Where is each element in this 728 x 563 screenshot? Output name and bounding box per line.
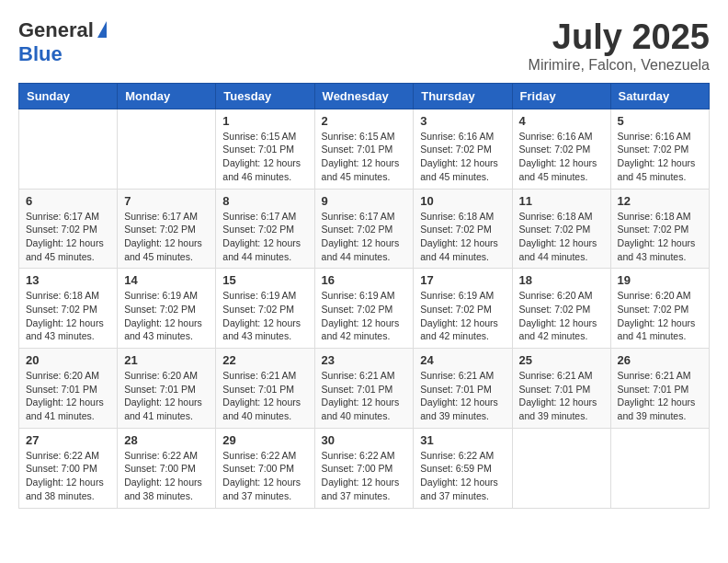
day-number: 24 bbox=[420, 353, 505, 367]
calendar-cell: 29 Sunrise: 6:22 AMSunset: 7:00 PMDaylig… bbox=[216, 428, 314, 508]
calendar-cell: 8 Sunrise: 6:17 AMSunset: 7:02 PMDayligh… bbox=[216, 189, 314, 269]
day-info: Sunrise: 6:21 AMSunset: 7:01 PMDaylight:… bbox=[420, 370, 498, 421]
day-number: 15 bbox=[222, 273, 307, 287]
logo-general-text: General bbox=[18, 18, 94, 42]
calendar-cell: 20 Sunrise: 6:20 AMSunset: 7:01 PMDaylig… bbox=[19, 349, 118, 429]
day-number: 14 bbox=[124, 273, 209, 287]
calendar-header-row: SundayMondayTuesdayWednesdayThursdayFrid… bbox=[19, 83, 710, 109]
day-number: 20 bbox=[26, 353, 110, 367]
day-info: Sunrise: 6:19 AMSunset: 7:02 PMDaylight:… bbox=[222, 290, 301, 341]
calendar-cell: 27 Sunrise: 6:22 AMSunset: 7:00 PMDaylig… bbox=[19, 428, 118, 508]
day-info: Sunrise: 6:16 AMSunset: 7:02 PMDaylight:… bbox=[618, 131, 696, 182]
calendar-cell: 6 Sunrise: 6:17 AMSunset: 7:02 PMDayligh… bbox=[19, 189, 118, 269]
day-number: 21 bbox=[124, 353, 209, 367]
day-number: 11 bbox=[519, 194, 604, 208]
calendar-cell bbox=[610, 428, 709, 508]
day-number: 26 bbox=[618, 353, 702, 367]
day-info: Sunrise: 6:19 AMSunset: 7:02 PMDaylight:… bbox=[322, 290, 400, 341]
day-info: Sunrise: 6:15 AMSunset: 7:01 PMDaylight:… bbox=[222, 131, 301, 182]
day-info: Sunrise: 6:17 AMSunset: 7:02 PMDaylight:… bbox=[222, 211, 301, 262]
day-of-week-header: Thursday bbox=[414, 83, 512, 109]
day-number: 4 bbox=[519, 114, 604, 128]
day-info: Sunrise: 6:18 AMSunset: 7:02 PMDaylight:… bbox=[26, 290, 104, 341]
day-number: 6 bbox=[26, 194, 110, 208]
logo-blue-text: Blue bbox=[18, 42, 63, 66]
calendar-cell: 9 Sunrise: 6:17 AMSunset: 7:02 PMDayligh… bbox=[314, 189, 414, 269]
calendar-cell: 10 Sunrise: 6:18 AMSunset: 7:02 PMDaylig… bbox=[414, 189, 512, 269]
calendar-cell: 5 Sunrise: 6:16 AMSunset: 7:02 PMDayligh… bbox=[610, 109, 709, 189]
day-info: Sunrise: 6:21 AMSunset: 7:01 PMDaylight:… bbox=[322, 370, 400, 421]
calendar-cell: 3 Sunrise: 6:16 AMSunset: 7:02 PMDayligh… bbox=[414, 109, 512, 189]
day-info: Sunrise: 6:22 AMSunset: 7:00 PMDaylight:… bbox=[222, 450, 301, 501]
calendar-cell: 18 Sunrise: 6:20 AMSunset: 7:02 PMDaylig… bbox=[512, 269, 610, 349]
day-info: Sunrise: 6:22 AMSunset: 7:00 PMDaylight:… bbox=[322, 450, 400, 501]
day-info: Sunrise: 6:16 AMSunset: 7:02 PMDaylight:… bbox=[519, 131, 597, 182]
day-of-week-header: Saturday bbox=[610, 83, 709, 109]
calendar-cell: 19 Sunrise: 6:20 AMSunset: 7:02 PMDaylig… bbox=[610, 269, 709, 349]
calendar-cell: 11 Sunrise: 6:18 AMSunset: 7:02 PMDaylig… bbox=[512, 189, 610, 269]
calendar-cell: 24 Sunrise: 6:21 AMSunset: 7:01 PMDaylig… bbox=[414, 349, 512, 429]
calendar-cell: 23 Sunrise: 6:21 AMSunset: 7:01 PMDaylig… bbox=[314, 349, 414, 429]
calendar-cell: 13 Sunrise: 6:18 AMSunset: 7:02 PMDaylig… bbox=[19, 269, 118, 349]
calendar-cell: 4 Sunrise: 6:16 AMSunset: 7:02 PMDayligh… bbox=[512, 109, 610, 189]
calendar-cell bbox=[118, 109, 216, 189]
calendar-cell: 1 Sunrise: 6:15 AMSunset: 7:01 PMDayligh… bbox=[216, 109, 314, 189]
calendar-week-row: 20 Sunrise: 6:20 AMSunset: 7:01 PMDaylig… bbox=[19, 349, 710, 429]
day-info: Sunrise: 6:16 AMSunset: 7:02 PMDaylight:… bbox=[420, 131, 498, 182]
day-info: Sunrise: 6:19 AMSunset: 7:02 PMDaylight:… bbox=[420, 290, 498, 341]
day-info: Sunrise: 6:22 AMSunset: 7:00 PMDaylight:… bbox=[26, 450, 104, 501]
calendar-cell: 21 Sunrise: 6:20 AMSunset: 7:01 PMDaylig… bbox=[118, 349, 216, 429]
day-number: 30 bbox=[322, 433, 407, 447]
day-info: Sunrise: 6:20 AMSunset: 7:02 PMDaylight:… bbox=[618, 290, 696, 341]
title-area: July 2025 Mirimire, Falcon, Venezuela bbox=[529, 18, 710, 74]
calendar-cell: 26 Sunrise: 6:21 AMSunset: 7:01 PMDaylig… bbox=[610, 349, 709, 429]
day-number: 12 bbox=[618, 194, 702, 208]
day-number: 2 bbox=[322, 114, 407, 128]
day-number: 19 bbox=[618, 273, 702, 287]
day-number: 5 bbox=[618, 114, 702, 128]
day-of-week-header: Monday bbox=[118, 83, 216, 109]
calendar-week-row: 1 Sunrise: 6:15 AMSunset: 7:01 PMDayligh… bbox=[19, 109, 710, 189]
day-number: 27 bbox=[26, 433, 110, 447]
day-number: 25 bbox=[519, 353, 604, 367]
day-info: Sunrise: 6:21 AMSunset: 7:01 PMDaylight:… bbox=[519, 370, 597, 421]
day-number: 23 bbox=[322, 353, 407, 367]
day-info: Sunrise: 6:20 AMSunset: 7:01 PMDaylight:… bbox=[124, 370, 202, 421]
day-info: Sunrise: 6:15 AMSunset: 7:01 PMDaylight:… bbox=[322, 131, 400, 182]
day-number: 9 bbox=[322, 194, 407, 208]
day-number: 13 bbox=[26, 273, 110, 287]
calendar-cell: 17 Sunrise: 6:19 AMSunset: 7:02 PMDaylig… bbox=[414, 269, 512, 349]
day-of-week-header: Sunday bbox=[19, 83, 118, 109]
calendar-cell bbox=[19, 109, 118, 189]
day-of-week-header: Wednesday bbox=[314, 83, 414, 109]
calendar-cell: 14 Sunrise: 6:19 AMSunset: 7:02 PMDaylig… bbox=[118, 269, 216, 349]
day-number: 7 bbox=[124, 194, 209, 208]
day-info: Sunrise: 6:22 AMSunset: 7:00 PMDaylight:… bbox=[124, 450, 202, 501]
calendar-cell bbox=[512, 428, 610, 508]
calendar-table: SundayMondayTuesdayWednesdayThursdayFrid… bbox=[18, 83, 710, 509]
day-info: Sunrise: 6:18 AMSunset: 7:02 PMDaylight:… bbox=[618, 211, 696, 262]
day-number: 22 bbox=[222, 353, 307, 367]
day-info: Sunrise: 6:18 AMSunset: 7:02 PMDaylight:… bbox=[420, 211, 498, 262]
calendar-cell: 30 Sunrise: 6:22 AMSunset: 7:00 PMDaylig… bbox=[314, 428, 414, 508]
day-of-week-header: Friday bbox=[512, 83, 610, 109]
day-info: Sunrise: 6:20 AMSunset: 7:02 PMDaylight:… bbox=[519, 290, 597, 341]
day-number: 29 bbox=[222, 433, 307, 447]
day-info: Sunrise: 6:17 AMSunset: 7:02 PMDaylight:… bbox=[322, 211, 400, 262]
page-header: General Blue July 2025 Mirimire, Falcon,… bbox=[18, 18, 710, 74]
location: Mirimire, Falcon, Venezuela bbox=[529, 57, 710, 74]
day-number: 31 bbox=[420, 433, 505, 447]
calendar-week-row: 27 Sunrise: 6:22 AMSunset: 7:00 PMDaylig… bbox=[19, 428, 710, 508]
day-number: 28 bbox=[124, 433, 209, 447]
day-number: 18 bbox=[519, 273, 604, 287]
day-number: 10 bbox=[420, 194, 505, 208]
day-info: Sunrise: 6:21 AMSunset: 7:01 PMDaylight:… bbox=[618, 370, 696, 421]
day-number: 8 bbox=[222, 194, 307, 208]
calendar-week-row: 13 Sunrise: 6:18 AMSunset: 7:02 PMDaylig… bbox=[19, 269, 710, 349]
calendar-cell: 28 Sunrise: 6:22 AMSunset: 7:00 PMDaylig… bbox=[118, 428, 216, 508]
day-number: 17 bbox=[420, 273, 505, 287]
calendar-week-row: 6 Sunrise: 6:17 AMSunset: 7:02 PMDayligh… bbox=[19, 189, 710, 269]
month-title: July 2025 bbox=[529, 18, 710, 57]
day-number: 1 bbox=[222, 114, 307, 128]
day-info: Sunrise: 6:19 AMSunset: 7:02 PMDaylight:… bbox=[124, 290, 202, 341]
